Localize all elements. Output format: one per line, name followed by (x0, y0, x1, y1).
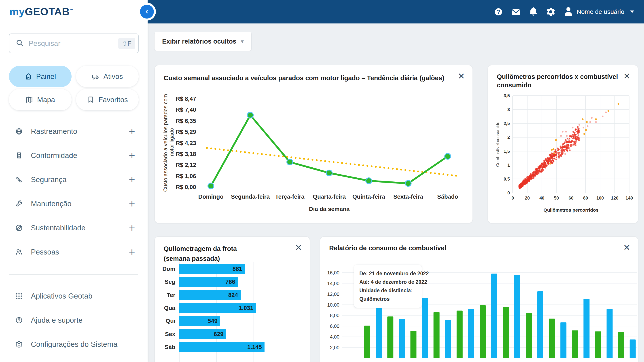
user-name: Nome de usuário (577, 8, 624, 15)
y-tick-label: R$ 6,35 (176, 117, 196, 124)
scatter-point (564, 142, 565, 144)
scatter-point-light (605, 111, 607, 113)
scatter-point (558, 156, 559, 157)
quick-button-mapa[interactable]: Mapa (9, 89, 72, 110)
data-point-marker (406, 181, 411, 186)
sidebar-nav: Rastreamento + Conformidade + Segurança … (0, 119, 148, 264)
scatter-point (520, 185, 521, 186)
sidebar-item-manutencao[interactable]: Manutenção + (0, 192, 148, 216)
quick-button-label: Painel (36, 72, 56, 81)
data-point-marker (287, 159, 293, 165)
y-tick-label: R$ 1,06 (176, 173, 196, 179)
scatter-point (537, 171, 538, 173)
scatter-point-light (587, 125, 588, 127)
data-point-marker (248, 112, 253, 118)
scatter-point-outlier (555, 139, 557, 141)
scatter-point-light (595, 121, 597, 123)
quick-button-label: Ativos (103, 72, 123, 81)
scatter-point (575, 141, 577, 143)
bar-serie-verde (364, 326, 370, 358)
user-menu[interactable]: Nome de usuário (564, 6, 634, 17)
scatter-point (572, 134, 574, 135)
sidebar-item-sustentabilidade[interactable]: Sustentabilidade + (0, 216, 148, 240)
show-hidden-reports-label: Exibir relatórios ocultos (162, 38, 236, 45)
help-icon[interactable]: ? (493, 6, 504, 17)
bar-serie-verde (503, 307, 509, 358)
sidebar-item-rastreamento[interactable]: Rastreamento + (0, 119, 148, 143)
quick-button-painel[interactable]: Painel (9, 66, 72, 87)
sidebar-item-aplicativos-geotab[interactable]: Aplicativos Geotab (0, 284, 148, 308)
sidebar-item-configuracoes-do-sistema[interactable]: Configurações do Sistema (0, 332, 148, 357)
scatter-point (577, 126, 579, 128)
sidebar-item-conformidade[interactable]: Conformidade + (0, 143, 148, 168)
scatter-point (538, 167, 540, 169)
bar-value-label: 824 (228, 292, 238, 298)
x-tick-label: 0 (512, 196, 514, 200)
bar-value-label: 881 (232, 266, 242, 272)
sidebar-item-ajuda-e-suporte[interactable]: Ajuda e suporte (0, 308, 148, 332)
scatter-point-light (565, 131, 567, 132)
scatter-point (535, 173, 537, 175)
scatter-point (550, 154, 552, 156)
leaf-sustainability-icon (15, 224, 23, 232)
scatter-point (554, 154, 555, 156)
notifications-icon[interactable] (528, 6, 539, 17)
scatter-point-light (591, 117, 592, 119)
expand-plus-icon[interactable]: + (129, 126, 135, 137)
scatter-point (555, 151, 557, 153)
quick-button-favoritos[interactable]: Favoritos (76, 89, 139, 110)
scatter-point (572, 131, 574, 133)
x-tick-label: Terça-feira (275, 193, 304, 200)
bookmark-icon (87, 96, 94, 103)
scatter-point-outlier (584, 133, 585, 135)
bar-serie-verde (595, 331, 601, 358)
scatter-point-outlier (586, 121, 588, 123)
logo-main: GEOTAB (25, 5, 70, 17)
scatter-point (573, 144, 575, 146)
y-tick-label: R$ 7,40 (176, 106, 196, 113)
scatter-point (528, 177, 529, 179)
show-hidden-reports-button[interactable]: Exibir relatórios ocultos ▾ (154, 32, 252, 51)
search-box[interactable]: ⇧F (9, 33, 139, 53)
scatter-point-outlier (554, 153, 555, 154)
scatter-point (556, 155, 557, 157)
expand-plus-icon[interactable]: + (129, 198, 135, 209)
tooltip-line: Quilômetros (359, 295, 416, 303)
expand-plus-icon[interactable]: + (129, 247, 135, 257)
scatter-point (554, 149, 556, 151)
bar-serie-verde (456, 311, 463, 358)
x-axis-title: Dia da semana (309, 206, 350, 212)
sidebar-footer-nav: Aplicativos Geotab Ajuda e suporte Confi… (0, 284, 148, 357)
bar-category-label: Dom (162, 266, 175, 272)
expand-plus-icon[interactable]: + (129, 174, 135, 185)
bar-value-label: 1.031 (239, 305, 253, 311)
quick-button-label: Favoritos (98, 96, 128, 104)
scatter-point (567, 147, 569, 149)
mygeotab-logo: myGEOTAB™ (10, 4, 73, 17)
expand-plus-icon[interactable]: + (129, 223, 135, 233)
scatter-point-outlier (618, 103, 620, 105)
expand-plus-icon[interactable]: + (129, 150, 135, 161)
sidebar-divider (9, 274, 138, 275)
bar-serie-verde (387, 317, 393, 358)
bar-serie-verde (549, 319, 555, 358)
sidebar-item-seguranca[interactable]: Segurança + (0, 168, 148, 192)
settings-icon[interactable] (546, 6, 556, 17)
scatter-point (569, 135, 571, 137)
tooltip-line: Até: 4 de dezembro de 2022 (359, 278, 416, 286)
scatter-point (570, 144, 572, 145)
bar-serie-azul (422, 298, 428, 358)
scatter-point (575, 137, 576, 139)
scatter-point (538, 172, 540, 174)
user-icon (564, 6, 573, 17)
y-tick-label: 6,00 (330, 323, 340, 329)
quick-button-ativos[interactable]: Ativos (76, 66, 139, 87)
bar-serie-azul (514, 275, 520, 358)
sidebar-collapse-button[interactable] (140, 5, 154, 18)
scatter-point (560, 155, 562, 157)
sidebar-item-pessoas[interactable]: Pessoas + (0, 240, 148, 264)
bar-value-label: 629 (214, 331, 224, 338)
messages-icon[interactable] (510, 6, 521, 17)
scatter-point (578, 137, 580, 139)
search-input[interactable] (28, 39, 118, 48)
